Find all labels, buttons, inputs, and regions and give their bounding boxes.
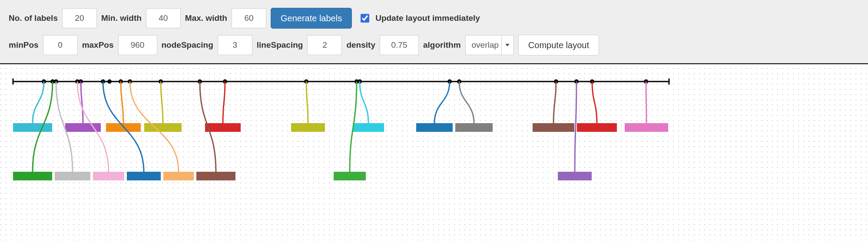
max-width-label: Max. width	[185, 13, 227, 23]
minpos-input[interactable]	[43, 35, 78, 55]
max-width-input[interactable]	[232, 8, 266, 28]
algorithm-select[interactable]: overlap	[465, 35, 514, 55]
min-width-label: Min. width	[101, 13, 142, 23]
svg-rect-41	[196, 172, 235, 180]
nodespacing-input[interactable]	[218, 35, 252, 55]
density-input[interactable]	[380, 35, 419, 55]
controls-panel: No. of labels Min. width Max. width Gene…	[0, 0, 868, 64]
svg-point-9	[107, 79, 112, 84]
controls-row-2: minPos maxPos nodeSpacing lineSpacing de…	[9, 35, 859, 56]
maxpos-input[interactable]	[118, 35, 157, 55]
linespacing-input[interactable]	[307, 35, 342, 55]
min-width-input[interactable]	[146, 8, 181, 28]
generate-labels-button[interactable]: Generate labels	[271, 8, 352, 29]
svg-rect-28	[205, 123, 241, 132]
svg-rect-31	[416, 123, 453, 132]
svg-rect-40	[163, 172, 194, 180]
svg-rect-33	[533, 123, 574, 132]
svg-rect-24	[13, 123, 52, 132]
minpos-label: minPos	[9, 40, 39, 50]
svg-rect-30	[353, 123, 384, 132]
maxpos-label: maxPos	[82, 40, 114, 50]
compute-layout-button[interactable]: Compute layout	[518, 35, 599, 56]
update-immediately-label: Update layout immediately	[375, 13, 480, 23]
svg-rect-42	[334, 172, 366, 180]
layout-visualization	[0, 64, 868, 240]
svg-rect-43	[558, 172, 592, 180]
num-labels-input[interactable]	[62, 8, 97, 28]
svg-rect-38	[93, 172, 124, 180]
update-immediately-checkbox[interactable]	[361, 14, 369, 23]
svg-rect-34	[577, 123, 617, 132]
svg-rect-36	[13, 172, 52, 180]
algorithm-select-value: overlap	[472, 40, 499, 50]
svg-rect-39	[127, 172, 161, 180]
chevron-down-icon	[501, 36, 514, 55]
svg-rect-37	[55, 172, 90, 180]
algorithm-label: algorithm	[423, 40, 461, 50]
controls-row-1: No. of labels Min. width Max. width Gene…	[9, 8, 859, 29]
num-labels-label: No. of labels	[9, 13, 58, 23]
layout-svg	[0, 64, 868, 240]
linespacing-label: lineSpacing	[257, 40, 303, 50]
svg-rect-27	[144, 123, 182, 132]
svg-rect-29	[291, 123, 325, 132]
density-label: density	[346, 40, 375, 50]
svg-rect-32	[455, 123, 493, 132]
nodespacing-label: nodeSpacing	[162, 40, 213, 50]
svg-rect-35	[625, 123, 668, 132]
